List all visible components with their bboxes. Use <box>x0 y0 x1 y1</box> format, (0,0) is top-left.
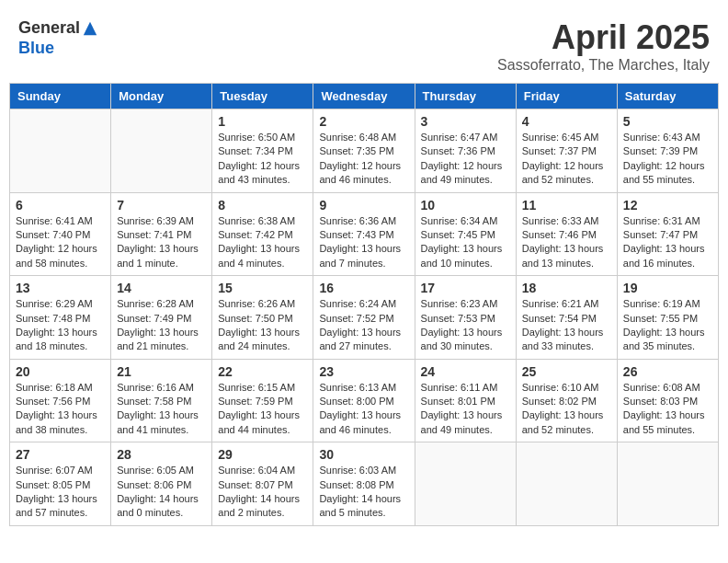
calendar-cell: 12Sunrise: 6:31 AM Sunset: 7:47 PM Dayli… <box>617 192 718 276</box>
location-subtitle: Sassoferrato, The Marches, Italy <box>497 57 710 74</box>
calendar-cell: 4Sunrise: 6:45 AM Sunset: 7:37 PM Daylig… <box>516 109 617 193</box>
month-title: April 2025 <box>497 18 710 57</box>
weekday-header-thursday: Thursday <box>415 84 516 109</box>
calendar-cell: 1Sunrise: 6:50 AM Sunset: 7:34 PM Daylig… <box>212 109 313 193</box>
weekday-header-wednesday: Wednesday <box>313 84 415 109</box>
calendar-cell: 28Sunrise: 6:05 AM Sunset: 8:06 PM Dayli… <box>111 442 212 526</box>
weekday-header-saturday: Saturday <box>617 84 718 109</box>
page-header: General Blue April 2025 Sassoferrato, Th… <box>9 9 719 78</box>
day-info: Sunrise: 6:07 AM Sunset: 8:05 PM Dayligh… <box>16 464 105 521</box>
day-number: 11 <box>522 198 611 213</box>
calendar-cell: 10Sunrise: 6:34 AM Sunset: 7:45 PM Dayli… <box>415 192 516 276</box>
day-number: 19 <box>623 281 712 295</box>
day-number: 24 <box>421 364 510 379</box>
logo-general: General <box>18 18 80 37</box>
week-row-3: 13Sunrise: 6:29 AM Sunset: 7:48 PM Dayli… <box>10 276 719 360</box>
calendar-cell: 14Sunrise: 6:28 AM Sunset: 7:49 PM Dayli… <box>111 276 212 360</box>
day-info: Sunrise: 6:48 AM Sunset: 7:35 PM Dayligh… <box>319 131 408 188</box>
calendar-cell: 18Sunrise: 6:21 AM Sunset: 7:54 PM Dayli… <box>516 276 617 360</box>
day-number: 8 <box>218 198 307 213</box>
day-info: Sunrise: 6:16 AM Sunset: 7:58 PM Dayligh… <box>117 381 206 438</box>
title-area: April 2025 Sassoferrato, The Marches, It… <box>497 18 710 74</box>
calendar-cell: 13Sunrise: 6:29 AM Sunset: 7:48 PM Dayli… <box>10 276 111 360</box>
day-number: 3 <box>421 114 510 129</box>
day-info: Sunrise: 6:04 AM Sunset: 8:07 PM Dayligh… <box>218 464 307 521</box>
day-info: Sunrise: 6:03 AM Sunset: 8:08 PM Dayligh… <box>319 464 408 521</box>
week-row-2: 6Sunrise: 6:41 AM Sunset: 7:40 PM Daylig… <box>10 192 719 276</box>
week-row-5: 27Sunrise: 6:07 AM Sunset: 8:05 PM Dayli… <box>10 442 719 526</box>
day-info: Sunrise: 6:41 AM Sunset: 7:40 PM Dayligh… <box>16 214 105 271</box>
day-info: Sunrise: 6:34 AM Sunset: 7:45 PM Dayligh… <box>421 214 510 271</box>
day-number: 7 <box>117 198 206 213</box>
day-info: Sunrise: 6:11 AM Sunset: 8:01 PM Dayligh… <box>421 381 510 438</box>
calendar-table: SundayMondayTuesdayWednesdayThursdayFrid… <box>9 83 719 526</box>
weekday-header-monday: Monday <box>111 84 212 109</box>
day-info: Sunrise: 6:38 AM Sunset: 7:42 PM Dayligh… <box>218 214 307 271</box>
day-info: Sunrise: 6:19 AM Sunset: 7:55 PM Dayligh… <box>623 297 712 354</box>
calendar-cell: 25Sunrise: 6:10 AM Sunset: 8:02 PM Dayli… <box>516 359 617 442</box>
day-number: 12 <box>623 198 712 213</box>
calendar-cell <box>516 442 617 526</box>
day-number: 29 <box>218 447 307 462</box>
day-info: Sunrise: 6:23 AM Sunset: 7:53 PM Dayligh… <box>421 297 510 354</box>
calendar-cell <box>415 442 516 526</box>
day-number: 22 <box>218 364 307 379</box>
calendar-cell: 8Sunrise: 6:38 AM Sunset: 7:42 PM Daylig… <box>212 192 313 276</box>
weekday-header-tuesday: Tuesday <box>212 84 313 109</box>
day-number: 28 <box>117 447 206 462</box>
day-number: 9 <box>319 198 408 213</box>
day-info: Sunrise: 6:45 AM Sunset: 7:37 PM Dayligh… <box>522 131 611 188</box>
day-info: Sunrise: 6:39 AM Sunset: 7:41 PM Dayligh… <box>117 214 206 271</box>
calendar-cell: 5Sunrise: 6:43 AM Sunset: 7:39 PM Daylig… <box>617 109 718 193</box>
calendar-cell: 3Sunrise: 6:47 AM Sunset: 7:36 PM Daylig… <box>415 109 516 193</box>
day-info: Sunrise: 6:33 AM Sunset: 7:46 PM Dayligh… <box>522 214 611 271</box>
calendar-cell: 17Sunrise: 6:23 AM Sunset: 7:53 PM Dayli… <box>415 276 516 360</box>
day-number: 2 <box>319 114 408 129</box>
logo-blue: Blue <box>18 39 54 58</box>
day-number: 25 <box>522 364 611 379</box>
calendar-cell: 20Sunrise: 6:18 AM Sunset: 7:56 PM Dayli… <box>10 359 111 442</box>
day-info: Sunrise: 6:05 AM Sunset: 8:06 PM Dayligh… <box>117 464 206 521</box>
day-info: Sunrise: 6:28 AM Sunset: 7:49 PM Dayligh… <box>117 297 206 354</box>
day-number: 21 <box>117 364 206 379</box>
calendar-cell: 26Sunrise: 6:08 AM Sunset: 8:03 PM Dayli… <box>617 359 718 442</box>
calendar-cell <box>111 109 212 193</box>
logo: General Blue <box>18 18 98 58</box>
calendar-cell <box>10 109 111 193</box>
day-number: 6 <box>16 198 105 213</box>
day-number: 5 <box>623 114 712 129</box>
day-number: 18 <box>522 281 611 295</box>
day-number: 26 <box>623 364 712 379</box>
weekday-header-row: SundayMondayTuesdayWednesdayThursdayFrid… <box>10 84 719 109</box>
day-number: 1 <box>218 114 307 129</box>
day-number: 13 <box>16 281 105 295</box>
week-row-1: 1Sunrise: 6:50 AM Sunset: 7:34 PM Daylig… <box>10 109 719 193</box>
calendar-cell: 15Sunrise: 6:26 AM Sunset: 7:50 PM Dayli… <box>212 276 313 360</box>
day-info: Sunrise: 6:29 AM Sunset: 7:48 PM Dayligh… <box>16 297 105 354</box>
day-info: Sunrise: 6:43 AM Sunset: 7:39 PM Dayligh… <box>623 131 712 188</box>
day-info: Sunrise: 6:15 AM Sunset: 7:59 PM Dayligh… <box>218 381 307 438</box>
day-info: Sunrise: 6:36 AM Sunset: 7:43 PM Dayligh… <box>319 214 408 271</box>
calendar-cell: 23Sunrise: 6:13 AM Sunset: 8:00 PM Dayli… <box>313 359 415 442</box>
day-number: 15 <box>218 281 307 295</box>
day-info: Sunrise: 6:13 AM Sunset: 8:00 PM Dayligh… <box>319 381 408 438</box>
day-info: Sunrise: 6:10 AM Sunset: 8:02 PM Dayligh… <box>522 381 611 438</box>
calendar-cell: 21Sunrise: 6:16 AM Sunset: 7:58 PM Dayli… <box>111 359 212 442</box>
day-info: Sunrise: 6:18 AM Sunset: 7:56 PM Dayligh… <box>16 381 105 438</box>
calendar-cell: 30Sunrise: 6:03 AM Sunset: 8:08 PM Dayli… <box>313 442 415 526</box>
day-info: Sunrise: 6:47 AM Sunset: 7:36 PM Dayligh… <box>421 131 510 188</box>
calendar-cell: 11Sunrise: 6:33 AM Sunset: 7:46 PM Dayli… <box>516 192 617 276</box>
day-info: Sunrise: 6:24 AM Sunset: 7:52 PM Dayligh… <box>319 297 408 354</box>
calendar-cell: 24Sunrise: 6:11 AM Sunset: 8:01 PM Dayli… <box>415 359 516 442</box>
calendar-cell: 16Sunrise: 6:24 AM Sunset: 7:52 PM Dayli… <box>313 276 415 360</box>
day-info: Sunrise: 6:31 AM Sunset: 7:47 PM Dayligh… <box>623 214 712 271</box>
day-info: Sunrise: 6:21 AM Sunset: 7:54 PM Dayligh… <box>522 297 611 354</box>
day-number: 20 <box>16 364 105 379</box>
day-info: Sunrise: 6:08 AM Sunset: 8:03 PM Dayligh… <box>623 381 712 438</box>
day-number: 16 <box>319 281 408 295</box>
day-number: 4 <box>522 114 611 129</box>
calendar-cell: 29Sunrise: 6:04 AM Sunset: 8:07 PM Dayli… <box>212 442 313 526</box>
day-info: Sunrise: 6:26 AM Sunset: 7:50 PM Dayligh… <box>218 297 307 354</box>
calendar-cell: 22Sunrise: 6:15 AM Sunset: 7:59 PM Dayli… <box>212 359 313 442</box>
calendar-cell: 9Sunrise: 6:36 AM Sunset: 7:43 PM Daylig… <box>313 192 415 276</box>
